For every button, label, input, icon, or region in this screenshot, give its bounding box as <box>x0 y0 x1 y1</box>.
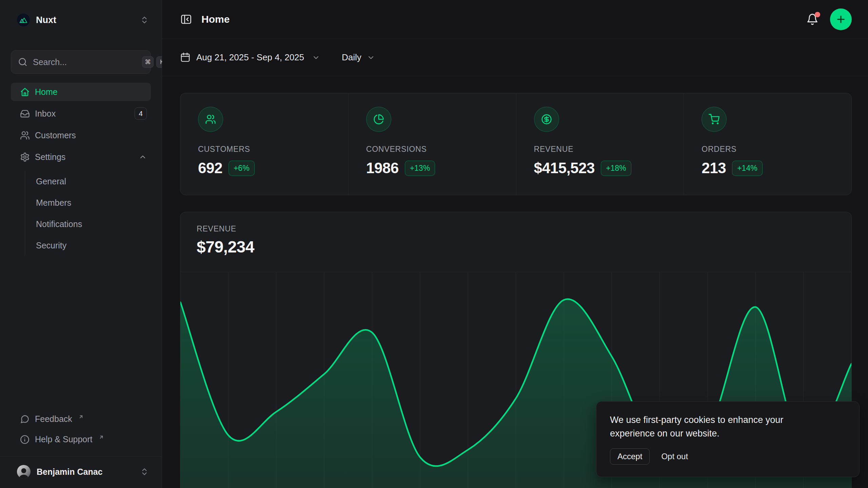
feedback-label: Feedback <box>35 414 72 424</box>
cookie-optout-button[interactable]: Opt out <box>661 452 688 461</box>
nuxt-logo-icon <box>17 14 30 26</box>
stat-value: 213 <box>702 160 726 177</box>
sidebar-item-general[interactable]: General <box>25 171 151 192</box>
external-link-icon <box>99 434 104 440</box>
notification-dot <box>815 12 820 17</box>
sidebar-item-label: Inbox <box>35 109 56 119</box>
home-icon <box>20 87 30 97</box>
search-input[interactable] <box>33 57 142 67</box>
stat-value: $415,523 <box>534 160 595 177</box>
sidebar-item-label: Customers <box>35 130 76 140</box>
gear-icon <box>20 152 30 162</box>
filters-toolbar: Aug 21, 2025 - Sep 4, 2025 Daily <box>162 39 868 76</box>
inbox-count-badge: 4 <box>135 107 147 120</box>
sidebar-item-home[interactable]: Home <box>11 83 151 101</box>
sidebar-item-settings[interactable]: Settings <box>11 148 151 166</box>
user-name: Benjamin Canac <box>37 467 103 477</box>
add-button[interactable] <box>830 8 852 30</box>
kbd-cmd: ⌘ <box>142 56 154 68</box>
shopping-cart-icon <box>702 107 727 132</box>
main-panel: Home Aug 21, 2025 - Sep 4, 2025 <box>162 0 868 488</box>
search-icon <box>18 57 27 67</box>
stat-label: REVENUE <box>534 145 684 154</box>
stat-delta-badge: +18% <box>601 161 631 176</box>
revenue-chart-label: REVENUE <box>197 224 835 233</box>
stat-delta-badge: +6% <box>229 161 255 176</box>
plus-icon <box>835 14 846 25</box>
header-actions <box>805 8 852 30</box>
stat-revenue[interactable]: REVENUE $415,523 +18% <box>516 93 684 195</box>
sidebar-nav: Home Inbox 4 Customers Settings <box>11 83 151 256</box>
message-circle-icon <box>20 414 29 424</box>
stat-label: CONVERSIONS <box>366 145 516 154</box>
avatar <box>17 465 31 479</box>
stat-delta-badge: +13% <box>405 161 435 176</box>
sidebar-item-notifications[interactable]: Notifications <box>25 214 151 235</box>
pie-chart-icon <box>366 107 391 132</box>
revenue-chart-total: $79,234 <box>197 238 835 256</box>
chevron-down-icon <box>312 54 320 62</box>
search-input-wrap[interactable]: ⌘ K <box>11 50 151 74</box>
stat-conversions[interactable]: CONVERSIONS 1986 +13% <box>348 93 516 195</box>
granularity-select[interactable]: Daily <box>342 52 375 63</box>
app-window: Nuxt ⌘ K Home Inb <box>0 0 868 488</box>
sidebar: Nuxt ⌘ K Home Inb <box>0 0 162 488</box>
sidebar-item-label: Home <box>35 87 58 97</box>
help-support-label: Help & Support <box>35 434 93 444</box>
date-range-label: Aug 21, 2025 - Sep 4, 2025 <box>196 52 304 63</box>
users-icon <box>198 107 223 132</box>
stat-customers[interactable]: CUSTOMERS 692 +6% <box>180 93 348 195</box>
sidebar-item-security[interactable]: Security <box>25 235 151 256</box>
feedback-link[interactable]: Feedback <box>11 409 151 429</box>
circle-dollar-icon <box>534 107 559 132</box>
chevrons-up-down-icon <box>140 467 149 476</box>
page-header: Home <box>162 0 868 39</box>
sidebar-collapse-icon[interactable] <box>180 13 192 25</box>
help-support-link[interactable]: Help & Support <box>11 429 151 450</box>
stat-delta-badge: +14% <box>732 161 762 176</box>
stat-orders[interactable]: ORDERS 213 +14% <box>684 93 851 195</box>
users-icon <box>20 130 30 140</box>
cookie-banner: We use first-party cookies to enhance yo… <box>596 401 860 477</box>
granularity-label: Daily <box>342 52 361 63</box>
sidebar-item-label: Settings <box>35 152 65 162</box>
chevron-up-icon <box>139 153 147 161</box>
cookie-message: We use first-party cookies to enhance yo… <box>610 413 813 440</box>
chevron-down-icon <box>367 54 375 62</box>
calendar-icon <box>180 52 191 63</box>
sidebar-item-customers[interactable]: Customers <box>11 126 151 144</box>
external-link-icon <box>78 414 84 420</box>
sidebar-item-members[interactable]: Members <box>25 192 151 214</box>
cookie-accept-button[interactable]: Accept <box>610 448 650 465</box>
stat-label: ORDERS <box>702 145 851 154</box>
stat-label: CUSTOMERS <box>198 145 348 154</box>
info-circle-icon <box>20 435 29 444</box>
notifications-button[interactable] <box>805 12 820 27</box>
stats-card: CUSTOMERS 692 +6% CONVERSIONS 1986 +13% <box>180 93 852 195</box>
stat-value: 1986 <box>366 160 399 177</box>
sidebar-footer: Feedback Help & Support Benjamin <box>11 409 151 488</box>
workspace-selector[interactable]: Nuxt <box>11 0 151 40</box>
date-range-picker[interactable]: Aug 21, 2025 - Sep 4, 2025 <box>180 52 320 63</box>
workspace-name: Nuxt <box>36 15 56 25</box>
settings-submenu: General Members Notifications Security <box>25 171 151 256</box>
user-menu[interactable]: Benjamin Canac <box>11 457 151 487</box>
page-title: Home <box>201 14 230 25</box>
inbox-icon <box>20 109 30 119</box>
sidebar-item-inbox[interactable]: Inbox 4 <box>11 104 151 123</box>
chevrons-up-down-icon <box>140 16 149 24</box>
stat-value: 692 <box>198 160 222 177</box>
